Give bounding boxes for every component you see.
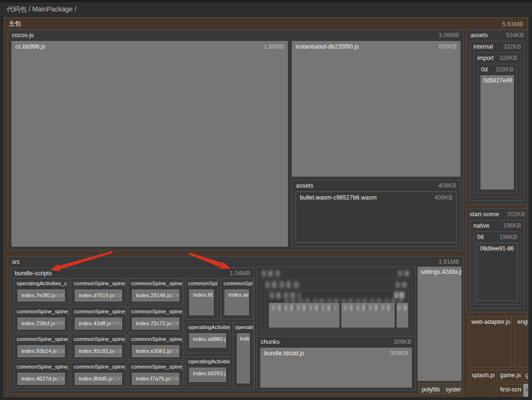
module-group[interactable]: operatingActivities_c index.7e3f0.js63KB bbox=[13, 278, 69, 304]
file-size: 63KB bbox=[57, 348, 65, 354]
module-group[interactable]: commonSpi index.aee8 bbox=[220, 278, 253, 320]
tile-game-js[interactable]: game.jsc bbox=[497, 370, 522, 382]
module-file-tile[interactable]: index.b9293.js6 bbox=[189, 368, 226, 382]
tile-settings[interactable]: settings.42d3a.jso bbox=[418, 267, 461, 381]
tile-web-adapter[interactable]: web-adapter.js72 bbox=[468, 316, 512, 368]
main-package-size: 5.63MB bbox=[502, 20, 523, 28]
module-file-tile[interactable]: index.60f7 bbox=[189, 290, 214, 315]
cc-js-label: cc.bb996.js bbox=[15, 43, 45, 50]
module-group[interactable]: commonSpine_spine_ index.4627d.js63KB bbox=[13, 361, 69, 388]
module-group[interactable]: commonSpi index.60f7 bbox=[185, 278, 218, 320]
module-group[interactable]: commonSpine_spine_ index.d7519.js63KB bbox=[71, 278, 126, 304]
module-file-tile[interactable]: index.a9860.js6 bbox=[189, 333, 226, 348]
group-redacted[interactable] bbox=[256, 267, 416, 334]
module-file-tile[interactable]: index.4627d.js63KB bbox=[18, 373, 65, 385]
module-group[interactable]: commonSpine_spine_ index.93b14.js63KB bbox=[13, 334, 69, 360]
module-file-tile[interactable]: index.e3061.js63KB bbox=[132, 345, 179, 357]
game-js-label: game.jsc bbox=[497, 370, 521, 379]
module-group[interactable]: commonSpine_spine_ index.43dff.js63KB bbox=[71, 306, 126, 332]
module-file-tile[interactable]: index.aee8 bbox=[225, 290, 249, 315]
main-package-header[interactable]: 主包 5.63MB bbox=[4, 18, 528, 30]
web-adapter-label: web-adapter.js bbox=[471, 319, 510, 325]
tile-cc-js[interactable]: cc.bb996.js 1.88MB bbox=[11, 41, 288, 247]
group-redacted-inner2[interactable] bbox=[265, 290, 409, 330]
system-label: system bbox=[443, 383, 461, 393]
a-label: a bbox=[524, 384, 528, 393]
module-name: commonSpine_spine_ bbox=[71, 362, 126, 372]
0d-size: 328KB bbox=[495, 66, 513, 73]
file-name: index.aee8 bbox=[228, 292, 249, 298]
tile-polyfills[interactable]: polyfills.j bbox=[419, 383, 440, 394]
module-name: commonSpi bbox=[185, 279, 217, 289]
module-file-tile[interactable]: index.72c72.js63KB bbox=[132, 318, 179, 330]
tile-redacted[interactable] bbox=[341, 303, 395, 328]
module-group[interactable]: commonSpine_spine_ index.92c83.js63KB bbox=[71, 334, 126, 360]
redacted-size bbox=[396, 282, 409, 288]
file-size: 63KB bbox=[111, 320, 122, 326]
file-size: 63KB bbox=[113, 376, 122, 381]
tile-06d9ee91[interactable]: 06d9ee91-86 bbox=[477, 243, 518, 301]
web-adapter-size: 72 bbox=[510, 319, 512, 325]
assets-label: assets bbox=[471, 32, 488, 39]
module-name: commonSpine_spine_ bbox=[14, 334, 69, 344]
file-size: 63KB bbox=[171, 320, 179, 326]
chunks-size: 309KB bbox=[393, 339, 411, 345]
module-group[interactable]: operatingActivitie index.a9860.js6 bbox=[185, 322, 230, 353]
module-file-tile[interactable]: index.92c83.js63KB bbox=[75, 345, 122, 357]
06-size: 196KB bbox=[499, 234, 517, 240]
src-label: src bbox=[12, 259, 20, 265]
module-name: commonSpine_spine_ bbox=[128, 362, 183, 372]
module-name: operatingActivitie bbox=[185, 322, 230, 332]
module-group[interactable]: operatingActivitie index.b9293.js6 bbox=[185, 356, 230, 388]
module-name: commonSpine_spine_ bbox=[71, 334, 126, 344]
bundle-scripts-size: 1.04MB bbox=[230, 270, 250, 277]
module-group[interactable]: commonSpine_spine_ index.f7a75.js63KB bbox=[128, 361, 184, 388]
module-file-tile[interactable]: index.738cf.js63KB bbox=[18, 318, 65, 330]
module-group[interactable]: commonSpine_spine_ index.738cf.js63KB bbox=[13, 306, 69, 332]
module-group[interactable]: commonSpine_spine_ index.72c72.js63KB bbox=[128, 306, 184, 332]
module-file-tile[interactable]: index.93b14.js63KB bbox=[18, 345, 65, 357]
tile-first-screen[interactable]: first-scre bbox=[497, 384, 522, 397]
module-group[interactable]: commonSpine_spine_ index.e3061.js63KB bbox=[128, 334, 184, 360]
file-name: index bbox=[240, 336, 250, 341]
file-name: index.92c83.js bbox=[79, 348, 114, 354]
import-size: 328KB bbox=[499, 55, 517, 61]
instantiated-size: 800KB bbox=[439, 43, 457, 50]
tile-bundle-fdcdd[interactable]: bundle.fdcdd.js 309KB bbox=[260, 348, 412, 388]
tile-redacted[interactable] bbox=[269, 303, 339, 328]
tile-system[interactable]: system bbox=[442, 383, 461, 394]
module-file-tile[interactable]: index.8fdd5.js63KB bbox=[75, 373, 122, 385]
module-file-tile[interactable]: index.29146.js63KB bbox=[132, 290, 179, 301]
module-file-tile[interactable]: index.43dff.js63KB bbox=[75, 318, 122, 330]
tile-0d5827e49[interactable]: 0d5827e49.f1 bbox=[481, 75, 514, 190]
module-file-tile[interactable]: index.7e3f0.js63KB bbox=[18, 290, 65, 301]
module-group[interactable]: operatin index bbox=[233, 322, 254, 389]
cocos-js-label: cocos-js bbox=[12, 32, 34, 39]
internal-label: internal bbox=[473, 43, 493, 50]
module-name: commonSpi bbox=[221, 279, 253, 289]
breadcrumb[interactable]: 代码包 / MainPackage / bbox=[7, 5, 76, 14]
module-file-tile[interactable]: index.f7a75.js63KB bbox=[132, 373, 179, 385]
file-name: index.e3061.js bbox=[136, 348, 171, 354]
file-name: index.4627d.js bbox=[21, 376, 57, 381]
module-file-tile[interactable]: index.d7519.js63KB bbox=[75, 290, 122, 301]
module-group[interactable]: commonSpine_spine_ index.8fdd5.js63KB bbox=[71, 361, 126, 388]
tile-bullet-wasm[interactable]: bullet.wasm-c98527b6.wasm 409KB bbox=[296, 191, 457, 243]
file-size: 63KB bbox=[114, 292, 122, 298]
tile-a[interactable]: a bbox=[523, 384, 528, 397]
tile-g[interactable]: g bbox=[523, 370, 528, 382]
chunks-label: chunks bbox=[261, 339, 280, 345]
group-redacted-inner[interactable] bbox=[261, 279, 412, 332]
engine-label: engi bbox=[514, 317, 528, 325]
module-file-tile[interactable]: index bbox=[237, 333, 250, 383]
settings-label: settings.42d3a.jso bbox=[418, 267, 461, 275]
cc-js-size: 1.88MB bbox=[264, 43, 284, 50]
tile-engine[interactable]: engi bbox=[514, 316, 528, 368]
06-label: 06 bbox=[477, 234, 484, 240]
module-group[interactable]: commonSpine_spine_ index.29146.js63KB bbox=[128, 278, 184, 304]
internal-size: 332KB bbox=[503, 43, 521, 50]
file-name: index.a9860.js bbox=[193, 336, 226, 342]
tile-redacted[interactable] bbox=[397, 303, 408, 328]
tile-instantiated[interactable]: instantiated-db235f90.js 800KB bbox=[292, 41, 460, 177]
tile-splash[interactable]: splash.pn bbox=[468, 370, 495, 397]
